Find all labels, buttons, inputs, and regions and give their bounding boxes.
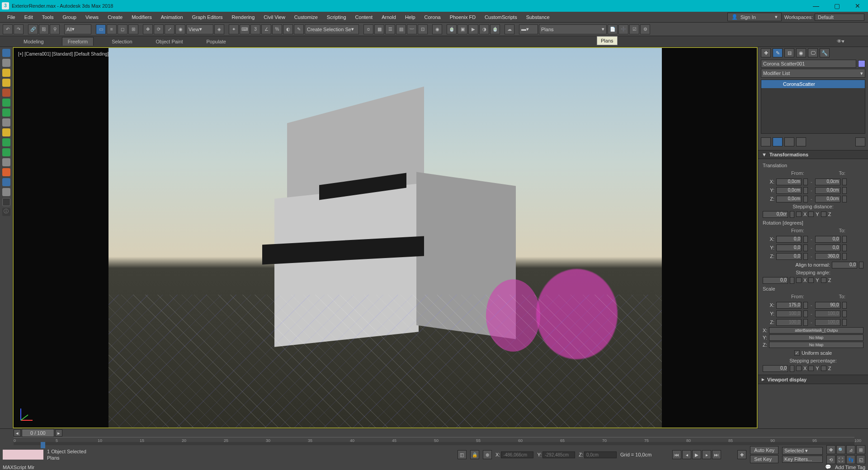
rot-z-to[interactable]: 360,0: [815, 253, 840, 260]
step-z-check[interactable]: [821, 212, 826, 217]
scale-map-x[interactable]: atterBaseMask_( Outpu: [769, 327, 863, 334]
add-time-tag[interactable]: Add Time Tag: [835, 465, 865, 470]
redo-button[interactable]: ↷: [14, 24, 24, 34]
trans-x-from[interactable]: 0,0cm: [776, 179, 802, 185]
spinner[interactable]: [842, 196, 847, 202]
keyboard-shortcut-button[interactable]: ⌨: [240, 24, 250, 34]
layer-explorer-button[interactable]: ☰: [385, 24, 395, 34]
create-cameras-icon[interactable]: [2, 79, 10, 87]
goto-start-button[interactable]: ⏮: [672, 450, 681, 459]
coord-z[interactable]: 0,0cm: [584, 451, 617, 458]
nav-orbit-button[interactable]: ⟲: [826, 455, 835, 464]
angle-snap-button[interactable]: ∠: [261, 24, 271, 34]
tool-icon-4[interactable]: [2, 148, 10, 156]
remove-modifier-button[interactable]: [796, 137, 806, 146]
nav-walk-button[interactable]: 👣: [846, 455, 855, 464]
schematic-view-button[interactable]: ⊡: [418, 24, 428, 34]
trans-z-from[interactable]: 0,0cm: [776, 196, 802, 202]
rendered-frame-button[interactable]: ▣: [458, 24, 467, 34]
coord-x[interactable]: -486,066cm: [501, 451, 533, 458]
nav-fov-button[interactable]: ⊿: [846, 445, 855, 454]
menu-file[interactable]: File: [3, 14, 20, 20]
ribbon-view-toggle[interactable]: 👁▾: [831, 37, 850, 46]
spinner-snap-button[interactable]: ◐: [283, 24, 293, 34]
time-ruler[interactable]: 0510152025303540455055606570758085909510…: [14, 437, 854, 442]
spinner[interactable]: [803, 179, 808, 185]
bind-button[interactable]: ⚲: [50, 24, 60, 34]
material-editor-button[interactable]: ◉: [432, 24, 442, 34]
rotate-button[interactable]: ⟳: [154, 24, 164, 34]
curve-editor-button[interactable]: 〰: [407, 24, 417, 34]
prev-frame-button[interactable]: ◂: [682, 450, 691, 459]
menu-customscripts[interactable]: CustomScripts: [480, 14, 522, 20]
trans-z-to[interactable]: 0,0cm: [815, 196, 840, 202]
pct-z-check[interactable]: [821, 366, 826, 371]
setkey-button[interactable]: Set Key: [750, 455, 778, 463]
step-y-check[interactable]: [808, 212, 814, 217]
undo-button[interactable]: ↶: [3, 24, 13, 34]
menu-tools[interactable]: Tools: [38, 14, 58, 20]
viewport-label[interactable]: [+] [Camera001] [Standard] [Default Shad…: [16, 51, 110, 57]
menu-help[interactable]: Help: [401, 14, 420, 20]
trans-x-to[interactable]: 0,0cm: [815, 179, 840, 185]
key-filters-button[interactable]: Key Filters...: [782, 456, 823, 463]
utilities-tab[interactable]: 🔧: [820, 48, 830, 57]
menu-arnold[interactable]: Arnold: [377, 14, 401, 20]
trans-y-from[interactable]: 0,0cm: [776, 187, 802, 194]
spinner[interactable]: [842, 187, 847, 194]
time-handle[interactable]: 0 / 100: [22, 429, 54, 437]
coord-display-toggle[interactable]: ⊕: [483, 450, 492, 459]
tool-icon-6[interactable]: [2, 168, 10, 176]
make-unique-button[interactable]: [784, 137, 794, 146]
spinner[interactable]: [842, 179, 847, 185]
nav-zoom-ext-button[interactable]: ◱: [856, 455, 865, 464]
selection-lock-toggle[interactable]: 🔒: [470, 450, 479, 459]
scale-y-from[interactable]: 100,0: [776, 310, 802, 317]
spinner[interactable]: [790, 211, 794, 218]
tool-icon-8[interactable]: [2, 188, 10, 196]
layer-select[interactable]: Plans ▾: [539, 24, 607, 34]
tool-icon-2[interactable]: [2, 128, 10, 136]
menu-create[interactable]: Create: [103, 14, 127, 20]
rot-y-to[interactable]: 0,0: [815, 244, 840, 251]
menu-graph-editors[interactable]: Graph Editors: [188, 14, 227, 20]
scale-z-from[interactable]: 100,0: [776, 319, 802, 326]
menu-modifiers[interactable]: Modifiers: [127, 14, 156, 20]
pct-x-check[interactable]: [796, 366, 802, 371]
layer-select-button[interactable]: ☑: [629, 24, 639, 34]
snap-toggle-button[interactable]: 3: [250, 24, 260, 34]
modifier-entry[interactable]: CoronaScatter: [761, 80, 865, 88]
motion-tab[interactable]: ◉: [796, 48, 806, 57]
spinner[interactable]: [803, 187, 808, 194]
rot-y-from[interactable]: 0,0: [776, 244, 802, 251]
hierarchy-tab[interactable]: ⊟: [784, 48, 794, 57]
play-button[interactable]: ▶: [692, 450, 701, 459]
render-iterative-button[interactable]: ◑: [479, 24, 489, 34]
signin-button[interactable]: 👤 Sign In ▾: [727, 13, 782, 21]
ribbon-freeform[interactable]: Freeform: [62, 37, 94, 46]
scale-button[interactable]: ⤢: [165, 24, 175, 34]
nav-pan-button[interactable]: ✥: [826, 445, 835, 454]
render-button[interactable]: 🍵: [490, 24, 500, 34]
menu-group[interactable]: Group: [58, 14, 81, 20]
create-geometry-icon[interactable]: [2, 49, 10, 57]
maximize-button[interactable]: ▢: [826, 0, 847, 12]
autodesk-a360-button[interactable]: ☁: [505, 24, 514, 34]
menu-customize[interactable]: Customize: [290, 14, 322, 20]
autokey-button[interactable]: Auto Key: [750, 446, 778, 454]
link-button[interactable]: 🔗: [28, 24, 38, 34]
percent-snap-button[interactable]: %: [272, 24, 282, 34]
time-next-button[interactable]: ▸: [55, 429, 62, 437]
menu-phoenix-fd[interactable]: Phoenix FD: [445, 14, 480, 20]
edit-selection-button[interactable]: ✎: [294, 24, 304, 34]
ribbon-modeling[interactable]: Modeling: [18, 38, 49, 46]
align-button[interactable]: ▦: [374, 24, 384, 34]
rollout-viewport-display[interactable]: ▸ Viewport display: [758, 375, 868, 384]
layer-new-button[interactable]: 📄: [608, 24, 618, 34]
spinner[interactable]: [803, 196, 808, 202]
time-config-button[interactable]: ✚: [737, 450, 746, 459]
maxscript-listener[interactable]: MAXScript Mir: [3, 465, 34, 470]
step-pct-input[interactable]: 0,0: [763, 365, 788, 372]
comm-center-icon[interactable]: 💬: [825, 464, 831, 470]
modify-tab[interactable]: ✎: [773, 48, 783, 57]
